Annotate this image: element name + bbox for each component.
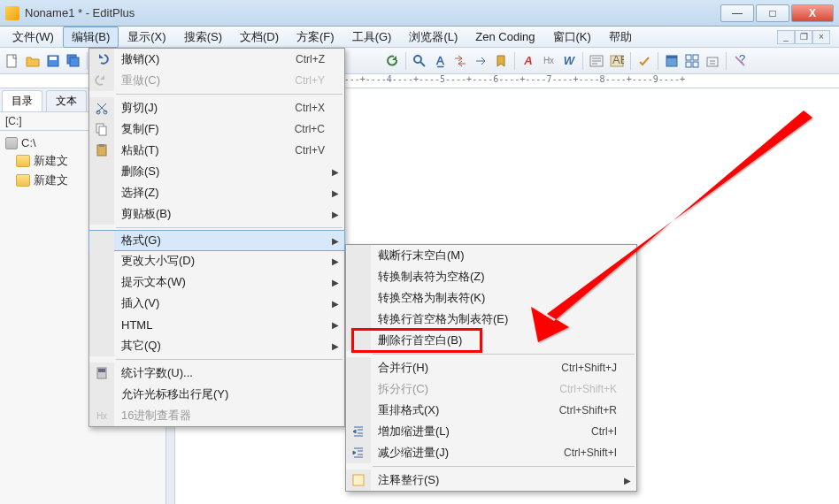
- menu-view[interactable]: 显示(X): [119, 27, 174, 48]
- svg-rect-25: [99, 144, 104, 147]
- svg-rect-17: [693, 62, 698, 67]
- menu-edit[interactable]: 编辑(B): [63, 27, 119, 48]
- menu-item-unindent[interactable]: 减少缩进量(J)Ctrl+Shift+I: [346, 442, 636, 463]
- menu-search[interactable]: 搜索(S): [175, 27, 231, 48]
- menu-zen[interactable]: Zen Coding: [466, 27, 543, 46]
- paste-icon: [95, 143, 109, 157]
- menu-item-space-to-tab[interactable]: 转换空格为制表符(K): [346, 287, 636, 309]
- menu-item-extract[interactable]: 提示文本(W)▶: [89, 271, 344, 293]
- comment-icon: [351, 473, 366, 487]
- mdi-close-button[interactable]: ×: [812, 30, 830, 44]
- svg-rect-0: [7, 55, 16, 67]
- menu-project[interactable]: 方案(F): [288, 27, 343, 48]
- save-all-button[interactable]: [65, 52, 82, 70]
- menu-item-trim-trailing[interactable]: 截断行末空白(M): [346, 245, 636, 266]
- svg-rect-18: [707, 57, 718, 66]
- menu-help[interactable]: 帮助: [600, 27, 641, 48]
- redo-icon: [95, 73, 109, 88]
- window-maximize-button[interactable]: □: [756, 4, 789, 22]
- edit-menu-dropdown: 撤销(X)Ctrl+Z 重做(C)Ctrl+Y 剪切(J)Ctrl+X 复制(F…: [89, 48, 345, 427]
- menu-item-copy[interactable]: 复制(F)Ctrl+C: [89, 118, 344, 140]
- replace-button[interactable]: [451, 52, 469, 70]
- menu-item-delete[interactable]: 删除(S)▶: [89, 161, 344, 182]
- svg-rect-2: [50, 57, 57, 60]
- app-icon: [5, 6, 19, 20]
- titlebar: Noname1 * - EditPlus — □ X: [0, 0, 839, 27]
- menu-file[interactable]: 文件(W): [4, 27, 63, 48]
- menu-item-tab-to-space[interactable]: 转换制表符为空格(Z): [346, 266, 636, 287]
- goto-button[interactable]: [472, 52, 489, 70]
- save-button[interactable]: [44, 52, 62, 70]
- window-minimize-button[interactable]: —: [720, 4, 754, 22]
- menu-item-clipboard[interactable]: 剪贴板(B)▶: [89, 203, 344, 225]
- sidebar-tab-directory[interactable]: 目录: [2, 90, 42, 111]
- menu-item-indent[interactable]: 增加缩进量(L)Ctrl+I: [346, 421, 636, 442]
- menu-tools[interactable]: 工具(G): [343, 27, 401, 48]
- svg-text:AB: AB: [612, 54, 624, 66]
- refresh-button[interactable]: [383, 52, 401, 70]
- svg-text:?: ?: [739, 54, 745, 65]
- calculator-icon: [95, 366, 109, 380]
- menu-item-count[interactable]: 统计字数(U)...: [89, 363, 344, 384]
- folder-icon: [16, 174, 30, 187]
- svg-point-8: [414, 56, 421, 63]
- svg-rect-4: [70, 57, 79, 66]
- menu-item-comment[interactable]: 注释整行(S)▶: [346, 470, 636, 491]
- menu-item-undo[interactable]: 撤销(X)Ctrl+Z: [89, 49, 344, 70]
- menu-item-paste[interactable]: 粘贴(T)Ctrl+V: [89, 140, 344, 161]
- sidebar-tab-text[interactable]: 文本: [46, 90, 87, 111]
- bookmark-button[interactable]: [492, 52, 510, 70]
- cut-icon: [95, 101, 109, 115]
- menu-item-reformat[interactable]: 重排格式(X)Ctrl+Shift+R: [346, 400, 636, 421]
- menu-item-cursor-past-eol[interactable]: 允许光标移出行尾(Y): [89, 384, 344, 405]
- hex-button[interactable]: Hx: [540, 52, 558, 70]
- menu-item-hexviewer: Hx16进制查看器: [89, 405, 344, 426]
- help-button[interactable]: ?: [731, 52, 749, 70]
- mdi-minimize-button[interactable]: _: [777, 30, 795, 44]
- tile-button[interactable]: [683, 52, 701, 70]
- browser-button[interactable]: [663, 52, 681, 70]
- menu-item-join-lines[interactable]: 合并行(H)Ctrl+Shift+J: [346, 357, 636, 378]
- open-file-button[interactable]: [24, 52, 42, 70]
- copy-icon: [95, 122, 109, 136]
- menu-window[interactable]: 窗口(K): [544, 27, 600, 48]
- svg-rect-28: [353, 475, 364, 485]
- menu-item-cut[interactable]: 剪切(J)Ctrl+X: [89, 97, 344, 118]
- search-button[interactable]: [411, 52, 428, 70]
- encoding-button[interactable]: AB: [608, 52, 626, 70]
- menubar: 文件(W) 编辑(B) 显示(X) 搜索(S) 文档(D) 方案(F) 工具(G…: [0, 27, 839, 48]
- svg-rect-23: [99, 126, 106, 135]
- indent-icon: [351, 424, 366, 439]
- svg-rect-14: [686, 55, 691, 60]
- menu-item-trim-leading[interactable]: 删除行首空白(B): [346, 330, 636, 351]
- window-close-button[interactable]: X: [791, 4, 834, 22]
- menu-item-leadspace-to-tab[interactable]: 转换行首空格为制表符(E): [346, 309, 636, 330]
- menu-item-other[interactable]: 其它(Q)▶: [89, 335, 344, 356]
- menu-item-redo: 重做(C)Ctrl+Y: [89, 70, 344, 91]
- svg-rect-15: [693, 55, 698, 60]
- mdi-restore-button[interactable]: ❐: [795, 30, 812, 44]
- drive-icon: [5, 137, 18, 149]
- window-title: Noname1 * - EditPlus: [25, 6, 720, 19]
- format-submenu: 截断行末空白(M) 转换制表符为空格(Z) 转换空格为制表符(K) 转换行首空格…: [345, 244, 637, 492]
- font-color-button[interactable]: A: [520, 52, 537, 70]
- menu-item-html[interactable]: HTML▶: [89, 314, 344, 335]
- unindent-icon: [351, 446, 366, 460]
- find-next-button[interactable]: A̲: [431, 52, 449, 70]
- menu-item-format[interactable]: 格式(G)▶: [89, 230, 345, 251]
- svg-rect-16: [686, 62, 691, 67]
- linebreak-button[interactable]: [588, 52, 605, 70]
- svg-rect-13: [666, 56, 677, 58]
- settings-button[interactable]: [704, 52, 721, 70]
- menu-document[interactable]: 文档(D): [231, 27, 288, 48]
- new-file-button[interactable]: [4, 52, 21, 70]
- wordwrap-button[interactable]: W: [560, 52, 578, 70]
- menu-item-insert[interactable]: 插入(V)▶: [89, 293, 344, 314]
- app-window: Noname1 * - EditPlus — □ X 文件(W) 编辑(B) 显…: [0, 0, 839, 504]
- folder-icon: [16, 155, 30, 167]
- menu-item-split-lines: 拆分行(C)Ctrl+Shift+K: [346, 378, 636, 400]
- menu-browser[interactable]: 浏览器(L): [400, 27, 466, 48]
- spellcheck-button[interactable]: [635, 52, 653, 70]
- menu-item-select[interactable]: 选择(Z)▶: [89, 182, 344, 203]
- menu-item-changecase[interactable]: 更改大小写(D)▶: [89, 250, 344, 271]
